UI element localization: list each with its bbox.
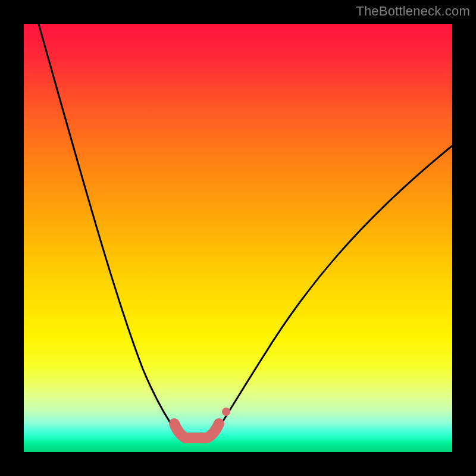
valley-segment	[174, 424, 219, 438]
watermark-text: TheBottleneck.com	[356, 4, 470, 19]
curve-right	[215, 146, 452, 433]
curve-left	[37, 24, 177, 433]
plot-area	[24, 24, 452, 452]
outlier-marker	[222, 408, 230, 416]
chart-container: TheBottleneck.com	[0, 0, 476, 476]
chart-svg	[24, 24, 452, 452]
